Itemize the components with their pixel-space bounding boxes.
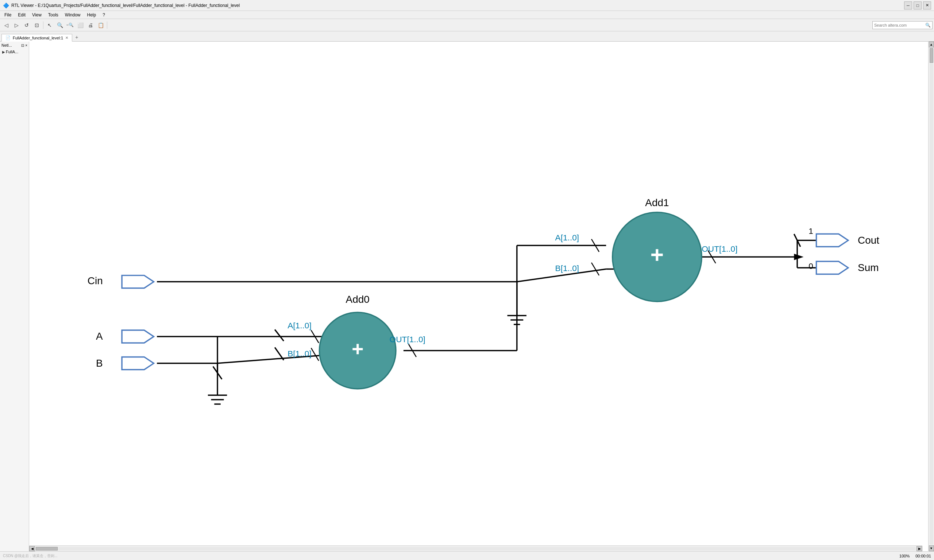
toolbar-btn-1[interactable]: ◁	[2, 20, 11, 30]
toolbar-export[interactable]: 📋	[96, 20, 105, 30]
sidebar-controls[interactable]: ⊡ ×	[21, 43, 28, 48]
svg-text:B: B	[96, 357, 103, 369]
canvas-area[interactable]: + Add0 + Add1 Cin A B Cout 1	[29, 42, 928, 551]
vertical-scrollbar[interactable]: ▲ ▼	[928, 42, 934, 551]
tabbar: 📄 FullAdder_functional_level:1 ✕ + Page:…	[0, 31, 934, 42]
svg-text:+: +	[352, 337, 364, 360]
vscroll-track[interactable]	[929, 48, 933, 545]
rtl-diagram: + Add0 + Add1 Cin A B Cout 1	[29, 42, 928, 551]
sidebar-header: Netl... ⊡ ×	[2, 43, 28, 48]
titlebar-controls[interactable]: ─ □ ✕	[904, 2, 931, 9]
app-icon: 🔷	[3, 3, 9, 8]
svg-text:Cout: Cout	[858, 235, 879, 246]
menubar: File Edit View Tools Window Help ?	[0, 11, 934, 19]
vscroll-up[interactable]: ▲	[929, 42, 934, 48]
toolbar-select[interactable]: ↖	[45, 20, 54, 30]
svg-text:1: 1	[808, 226, 813, 236]
svg-text:B[1..0]: B[1..0]	[288, 349, 312, 358]
search-icon: 🔍	[925, 23, 931, 28]
main-layout: Netl... ⊡ × ▶ FullA...	[0, 42, 934, 551]
vscroll-thumb[interactable]	[929, 48, 933, 63]
menu-question[interactable]: ?	[100, 12, 108, 18]
toolbar-fit[interactable]: ⬜	[75, 20, 85, 30]
svg-text:A[1..0]: A[1..0]	[288, 321, 312, 330]
tab-close-button[interactable]: ✕	[65, 36, 68, 40]
status-time: 00:00:01	[916, 554, 931, 558]
svg-text:OUT[1..0]: OUT[1..0]	[390, 335, 425, 344]
minimize-button[interactable]: ─	[904, 2, 912, 9]
toolbar-sep-1	[43, 22, 43, 29]
toolbar-btn-3[interactable]: ↺	[22, 20, 31, 30]
hscroll-right[interactable]: ▶	[917, 546, 922, 551]
tab-add-button[interactable]: +	[72, 33, 81, 41]
toolbar-print[interactable]: 🖨	[86, 20, 95, 30]
watermark: CSDN @我走后，请莫念，否则...	[3, 554, 58, 558]
search-box[interactable]: 🔍	[872, 21, 932, 29]
hscroll-track[interactable]	[36, 547, 916, 551]
tab-icon: 📄	[6, 35, 11, 40]
menu-help[interactable]: Help	[84, 12, 99, 18]
sidebar: Netl... ⊡ × ▶ FullA...	[0, 42, 29, 551]
vscroll-down[interactable]: ▼	[929, 545, 934, 551]
sidebar-title: Netl...	[2, 43, 12, 48]
sidebar-item-fulladder[interactable]: ▶ FullA...	[2, 49, 28, 55]
svg-text:A: A	[96, 331, 103, 342]
tab-fulladder[interactable]: 📄 FullAdder_functional_level:1 ✕	[2, 34, 72, 42]
menu-tools[interactable]: Tools	[45, 12, 61, 18]
svg-text:A[1..0]: A[1..0]	[555, 233, 579, 242]
menu-edit[interactable]: Edit	[15, 12, 28, 18]
svg-text:Add0: Add0	[346, 294, 369, 305]
menu-view[interactable]: View	[29, 12, 45, 18]
hscroll-left[interactable]: ◀	[29, 546, 35, 551]
svg-text:Sum: Sum	[858, 262, 879, 273]
svg-text:Cin: Cin	[88, 275, 103, 286]
svg-rect-0	[33, 42, 925, 551]
statusbar: CSDN @我走后，请莫念，否则... 100% 00:00:01	[0, 551, 934, 560]
svg-text:0: 0	[808, 261, 813, 271]
titlebar-left: 🔷 RTL Viewer - E:/1Quartus_Projects/Full…	[3, 3, 240, 8]
toolbar: ◁ ▷ ↺ ⊡ ↖ 🔍 −🔍 ⬜ 🖨 📋 🔍	[0, 19, 934, 31]
svg-text:B[1..0]: B[1..0]	[555, 263, 579, 273]
svg-text:Add1: Add1	[645, 197, 669, 208]
maximize-button[interactable]: □	[914, 2, 922, 9]
menu-window[interactable]: Window	[62, 12, 83, 18]
hscroll-thumb[interactable]	[36, 547, 58, 551]
svg-text:OUT[1..0]: OUT[1..0]	[702, 244, 737, 254]
expand-icon: ▶	[2, 50, 5, 54]
toolbar-sep-2	[107, 22, 107, 29]
toolbar-btn-4[interactable]: ⊡	[32, 20, 42, 30]
sidebar-item-label: FullA...	[6, 49, 18, 54]
menu-file[interactable]: File	[2, 12, 14, 18]
svg-text:+: +	[651, 242, 664, 268]
close-button[interactable]: ✕	[923, 2, 931, 9]
toolbar-zoom-in[interactable]: 🔍	[55, 20, 65, 30]
titlebar: 🔷 RTL Viewer - E:/1Quartus_Projects/Full…	[0, 0, 934, 11]
search-input[interactable]	[874, 23, 925, 28]
toolbar-zoom-out[interactable]: −🔍	[65, 20, 75, 30]
titlebar-text: RTL Viewer - E:/1Quartus_Projects/FullAd…	[11, 3, 240, 8]
horizontal-scrollbar[interactable]: ◀ ▶	[29, 545, 922, 551]
status-zoom: 100%	[899, 554, 909, 558]
toolbar-btn-2[interactable]: ▷	[12, 20, 21, 30]
tab-label: FullAdder_functional_level:1	[13, 36, 63, 40]
